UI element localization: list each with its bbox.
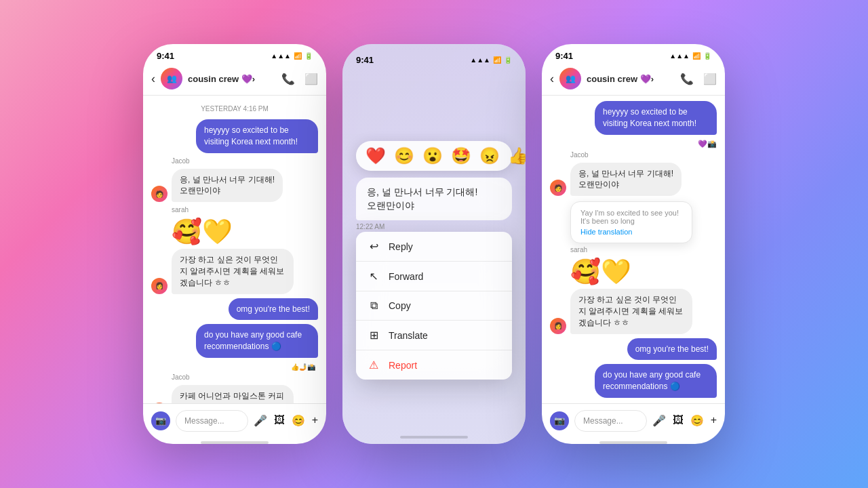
status-bar-middle: 9:41 ▲▲▲ 📶 🔋 [353, 55, 515, 65]
mic-icon[interactable]: 🎤 [254, 414, 267, 427]
selected-message: 응, 널 만나서 너무 기대해!오랜만이야 [356, 178, 512, 220]
message-input-right[interactable]: Message... [574, 410, 647, 432]
bottom-bar-left: 📷 Message... 🎤 🖼 😊 + [143, 403, 326, 437]
emoji-message: 🥰💛 [172, 218, 318, 246]
translation-bubble: Yay I'm so excited to see you! It's been… [570, 201, 692, 243]
msg-bubble-sent: omg you're the best! [229, 298, 318, 321]
time-right: 9:41 [555, 51, 573, 61]
wow-emoji[interactable]: 😮 [422, 146, 443, 165]
sender-name: Jacob [172, 373, 318, 381]
msg-bubble-received: 카페 어니언과 마일스톤 커피를 좋아해! [172, 385, 294, 403]
phone-icon-left[interactable]: 📞 [281, 73, 295, 85]
msg-bubble-sent: do you have any good cafe recommendation… [196, 324, 318, 358]
msg-row: 👩 가장 하고 싶은 것이 무엇인지 알려주시면 계획을 세워보겠습니다 ㅎㅎ [151, 249, 318, 293]
group-avatar-left: 👥 [161, 68, 182, 89]
msg-row: heyyyy so excited to be visiting Korea n… [151, 119, 318, 153]
message-time: 12:22 AM [356, 223, 512, 230]
sticker-icon[interactable]: 😊 [292, 414, 305, 427]
translate-label: Translate [389, 330, 428, 341]
msg-row: 🧑 응, 널 만나서 너무 기대해!오랜만이야 [550, 163, 717, 197]
translate-button[interactable]: ⊞ Translate [356, 321, 512, 350]
image-icon-right[interactable]: 🖼 [673, 414, 684, 427]
msg-row: 🧑 응, 널 만나서 너무 기대해!오랜만이야 [151, 169, 318, 203]
status-icons-middle: ▲▲▲ 📶 🔋 [470, 56, 512, 64]
sender-name: sarah [570, 246, 717, 253]
chat-name-right: cousin crew 💜› [587, 74, 675, 84]
sender-name: Jacob [172, 157, 318, 165]
bottom-bar-right: 📷 Message... 🎤 🖼 😊 + [542, 403, 725, 437]
reply-icon: ↩ [367, 240, 380, 253]
avatar: 🧑 [550, 180, 566, 196]
phone-icon-right[interactable]: 📞 [680, 73, 694, 85]
msg-row: do you have any good cafe recommendation… [151, 324, 318, 358]
chat-header-left: ‹ 👥 cousin crew 💜› 📞 ⬜ [143, 64, 326, 96]
angry-emoji[interactable]: 😠 [479, 146, 500, 165]
msg-row: heyyyy so excited to be visiting Korea n… [550, 101, 717, 135]
report-button[interactable]: ⚠ Report [356, 350, 512, 380]
copy-button[interactable]: ⧉ Copy [356, 291, 512, 321]
group-avatar-right: 👥 [559, 68, 581, 89]
mic-icon-right[interactable]: 🎤 [652, 414, 666, 427]
smile-emoji[interactable]: 😊 [394, 146, 414, 165]
video-icon-right[interactable]: ⬜ [703, 73, 717, 85]
msg-bubble-received: 응, 널 만나서 너무 기대해!오랜만이야 [570, 163, 682, 197]
msg-row: do you have any good cafe recommendation… [550, 364, 717, 398]
status-icons-right: ▲▲▲ 📶 🔋 [669, 52, 711, 60]
message-input-left[interactable]: Message... [176, 410, 248, 432]
date-label: YESTERDAY 4:16 PM [151, 105, 318, 113]
msg-bubble-sent: do you have any good cafe recommendation… [595, 364, 717, 398]
avatar: 👩 [151, 278, 167, 294]
camera-icon[interactable]: 📷 [151, 411, 170, 430]
msg-row: omg you're the best! [151, 298, 318, 321]
camera-icon-right[interactable]: 📷 [550, 411, 569, 430]
input-icons-right: 🎤 🖼 😊 + [652, 414, 717, 427]
back-button-left[interactable]: ‹ [151, 72, 155, 86]
chat-header-right: ‹ 👥 cousin crew 💜› 📞 ⬜ [542, 64, 725, 96]
sticker-icon-right[interactable]: 😊 [690, 414, 704, 427]
msg-row: 👩 가장 하고 싶은 것이 무엇인지 알려주시면 계획을 세워보겠습니다 ㅎㅎ [550, 289, 717, 333]
report-label: Report [389, 360, 417, 371]
forward-label: Forward [389, 271, 423, 282]
status-bar-right: 9:41 ▲▲▲ 📶 🔋 [542, 44, 725, 64]
avatar: 👩 [550, 318, 566, 334]
star-emoji[interactable]: 🤩 [451, 146, 471, 165]
msg-row: omg you're the best! [550, 338, 717, 361]
messages-right: heyyyy so excited to be visiting Korea n… [542, 96, 725, 403]
reaction-row: 💜📸 [550, 140, 717, 148]
msg-bubble-sent: omg you're the best! [627, 338, 717, 361]
header-actions-left: 📞 ⬜ [281, 73, 318, 85]
reply-label: Reply [389, 241, 413, 252]
back-button-right[interactable]: ‹ [550, 72, 554, 86]
msg-bubble-sent: heyyyy so excited to be visiting Korea n… [196, 119, 318, 153]
thumbs-emoji[interactable]: 👍 [508, 146, 526, 165]
status-icons-left: ▲▲▲ 📶 🔋 [271, 52, 313, 60]
heart-emoji[interactable]: ❤️ [366, 146, 386, 165]
messages-left: YESTERDAY 4:16 PM heyyyy so excited to b… [143, 96, 326, 403]
context-menu: ↩ Reply ↗ Forward ⧉ Copy ⊞ Translate ⚠ R… [356, 232, 512, 380]
avatar: 🧑 [151, 186, 167, 202]
translation-text: Yay I'm so excited to see you! It's been… [580, 209, 682, 225]
image-icon[interactable]: 🖼 [274, 414, 285, 427]
home-indicator-right [599, 441, 667, 444]
plus-icon[interactable]: + [312, 414, 318, 427]
report-icon: ⚠ [367, 359, 380, 371]
hide-translation-button[interactable]: Hide translation [580, 228, 632, 236]
msg-bubble-received: 응, 널 만나서 너무 기대해!오랜만이야 [172, 169, 283, 203]
chat-name-left: cousin crew 💜› [188, 74, 276, 84]
time-middle: 9:41 [356, 55, 374, 65]
phone-left: 9:41 ▲▲▲ 📶 🔋 ‹ 👥 cousin crew 💜› 📞 ⬜ YEST… [143, 44, 326, 444]
video-icon-left[interactable]: ⬜ [304, 73, 318, 85]
sender-name: sarah [172, 206, 318, 214]
copy-label: Copy [389, 300, 411, 311]
msg-bubble-received: 가장 하고 싶은 것이 무엇인지 알려주시면 계획을 세워보겠습니다 ㅎㅎ [172, 249, 294, 293]
plus-icon-right[interactable]: + [711, 414, 717, 427]
header-actions-right: 📞 ⬜ [680, 73, 717, 85]
emoji-message: 🥰💛 [570, 258, 717, 286]
forward-button[interactable]: ↗ Forward [356, 262, 512, 291]
msg-bubble-received: 가장 하고 싶은 것이 무엇인지 알려주시면 계획을 세워보겠습니다 ㅎㅎ [570, 289, 692, 333]
context-overlay: 9:41 ▲▲▲ 📶 🔋 ❤️ 😊 😮 🤩 😠 👍 + 응, 널 만나서 너무 … [342, 44, 526, 444]
translate-icon: ⊞ [367, 329, 380, 342]
emoji-reaction-bar[interactable]: ❤️ 😊 😮 🤩 😠 👍 + [356, 141, 512, 171]
msg-bubble-sent: heyyyy so excited to be visiting Korea n… [595, 101, 717, 135]
reply-button[interactable]: ↩ Reply [356, 232, 512, 262]
